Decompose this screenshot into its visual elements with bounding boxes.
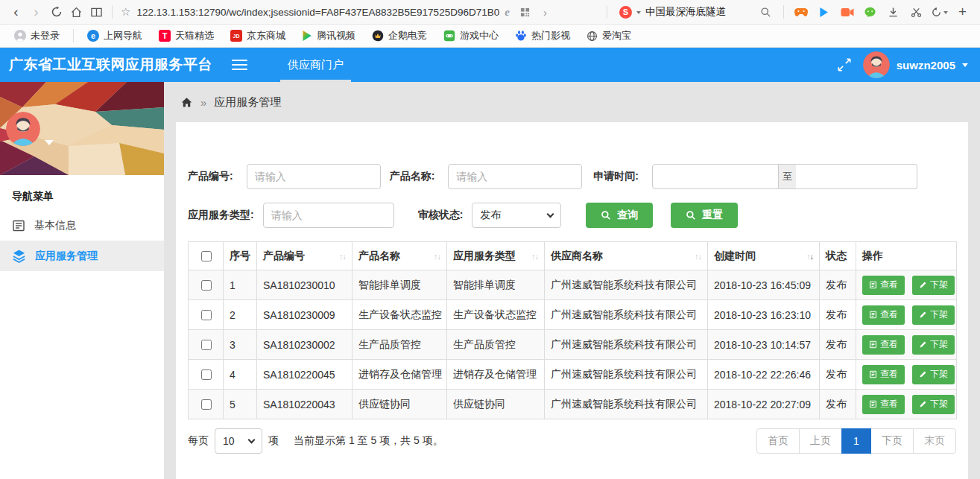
row-checkbox[interactable] [201,369,212,380]
row-checkbox[interactable] [201,399,212,410]
cell-no: 3 [224,330,257,360]
cell-actions: 查看 下架 [856,270,957,300]
ie-compat-icon[interactable]: e [505,6,510,19]
audit-status-select[interactable]: 发布 [472,203,561,228]
search-magnifier-icon[interactable] [760,7,771,18]
current-page-button[interactable]: 1 [841,428,871,454]
cell-type: 供应链协同 [447,390,545,419]
refresh-icon[interactable] [46,6,66,18]
service-type-input[interactable] [263,203,394,228]
view-button[interactable]: 查看 [862,365,905,384]
url-text[interactable]: 122.13.1.153:12790/wc/index;jsessionid=F… [136,7,499,18]
url-overflow-chevron-icon[interactable]: › [535,6,555,19]
search-engine-caret-icon[interactable] [636,11,641,16]
nav-menu-title: 导航菜单 [0,175,164,211]
row-checkbox[interactable] [201,280,212,291]
apply-time-label: 申请时间: [593,170,639,183]
bookmark-item[interactable]: e 上网导航 [79,29,151,42]
col-product-code[interactable]: 产品编号↑↓ [257,242,353,270]
per-page-select[interactable]: 10 [215,428,262,454]
games-icon[interactable] [789,7,812,17]
sort-icons[interactable]: ↑↓ [434,252,440,261]
undo-icon[interactable] [928,7,951,18]
col-status: 状态 [820,242,856,270]
product-name-label: 产品名称: [390,170,435,183]
add-tab-icon[interactable]: + [951,4,974,20]
view-button[interactable]: 查看 [862,335,905,355]
bookmark-item[interactable]: 热门影视 [507,29,578,42]
media-play-icon[interactable] [812,7,835,18]
wechat-icon[interactable] [859,7,882,18]
col-product-name[interactable]: 产品名称↑↓ [353,242,447,270]
favorite-star-icon[interactable]: ☆ [121,5,130,19]
tab-supplier-portal[interactable]: 供应商门户 [280,48,351,82]
sort-icons[interactable]: ↑↓ [339,252,346,261]
home-breadcrumb-icon[interactable] [180,96,193,109]
last-page-button[interactable]: 末页 [913,428,956,454]
search-input[interactable]: 中国最深海底隧道 [645,5,756,19]
view-button[interactable]: 查看 [862,276,905,295]
apply-time-end-input[interactable] [796,164,917,189]
bookmark-label: 游戏中心 [460,29,499,42]
home-icon[interactable] [66,6,86,19]
offshelf-button[interactable]: 下架 [912,305,955,325]
first-page-button[interactable]: 首页 [756,428,800,454]
browser-login-status[interactable]: 未登录 [6,29,68,42]
col-service-type[interactable]: 应用服务类型↑↓ [447,242,545,270]
address-bar[interactable]: ☆ 122.13.1.153:12790/wc/index;jsessionid… [118,5,601,19]
row-checkbox[interactable] [201,310,212,320]
banner-caret-down-icon [45,140,54,150]
bookmark-item[interactable]: T 天猫精选 [151,29,222,42]
fullscreen-icon[interactable] [837,57,852,72]
view-button-label: 查看 [880,308,898,321]
bookmark-item[interactable]: JD 京东商城 [222,29,294,42]
sidebar-item-app-service-mgmt[interactable]: 应用服务管理 [0,241,164,271]
user-avatar[interactable] [863,51,890,78]
sidebar-item-basic-info[interactable]: 基本信息 [0,211,164,241]
bookmark-item[interactable]: 腾讯视频 [294,29,364,42]
product-code-input[interactable] [247,164,381,189]
bookmark-label: 天猫精选 [175,29,214,42]
bookmark-item[interactable]: 游戏中心 [435,29,507,42]
offshelf-button[interactable]: 下架 [912,335,955,355]
reset-button[interactable]: 重置 [671,203,738,228]
prev-page-button[interactable]: 上页 [799,428,842,454]
sort-icons[interactable]: ↑↓ [531,252,538,261]
cell-no: 4 [224,360,257,390]
screenshot-scissors-icon[interactable] [905,7,928,18]
col-supplier[interactable]: 供应商名称↑↓ [545,242,708,270]
offshelf-button[interactable]: 下架 [912,276,955,295]
sogou-logo-icon[interactable]: S [619,6,632,19]
forward-icon[interactable]: › [26,4,46,20]
select-all-checkbox[interactable] [201,251,212,261]
reading-mode-icon[interactable] [86,7,107,18]
view-button[interactable]: 查看 [862,395,905,414]
search-button[interactable]: 查询 [586,203,653,228]
col-created[interactable]: 创建时间↑↓ [708,242,820,270]
user-menu-caret-icon[interactable] [962,63,968,70]
row-checkbox[interactable] [201,340,212,350]
video-capture-icon[interactable] [835,7,859,17]
product-name-input[interactable] [448,164,582,189]
offshelf-button[interactable]: 下架 [912,365,955,384]
apply-time-start-input[interactable] [652,164,779,189]
qr-code-icon[interactable] [515,7,535,17]
cell-type: 进销存及仓储管理 [447,360,545,390]
sort-icons[interactable]: ↑↓ [806,252,813,261]
sort-icons[interactable]: ↑↓ [695,252,701,261]
next-page-button[interactable]: 下页 [870,428,914,454]
undo-caret-icon[interactable] [943,11,948,16]
sidebar-toggle-icon[interactable] [232,60,247,70]
bookmark-item[interactable]: 爱淘宝 [578,29,639,42]
back-icon[interactable]: ‹ [6,4,26,20]
table-header-row: 序号 产品编号↑↓ 产品名称↑↓ 应用服务类型↑↓ 供应商名称↑↓ 创建时间↑↓… [189,242,957,270]
search-box[interactable]: S 中国最深海底隧道 [613,5,778,19]
view-button[interactable]: 查看 [862,305,905,325]
bookmark-item[interactable]: 企鹅电竞 [364,29,435,42]
offshelf-button[interactable]: 下架 [912,395,955,414]
app-header: 广东省工业互联网应用服务平台 供应商门户 suwzn2005 [0,48,980,82]
pencil-icon [919,340,927,349]
filter-row-1: 产品编号: 产品名称: 申请时间: 至 [188,164,956,189]
download-icon[interactable] [882,7,905,18]
username[interactable]: suwzn2005 [897,59,955,72]
